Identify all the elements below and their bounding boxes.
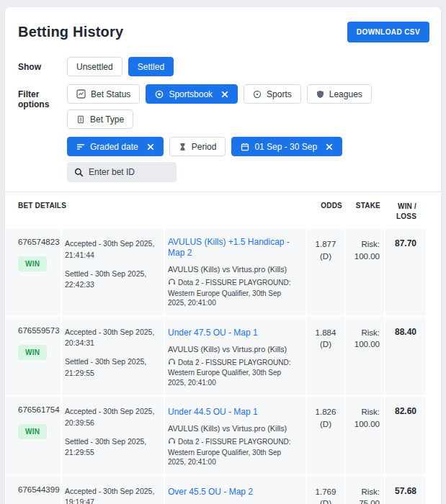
stake-cell: Risk: 75.00: [346, 477, 384, 504]
win-loss-cell: 88.40: [385, 318, 426, 395]
bet-id: 676574823: [18, 238, 56, 246]
leagues-filter-chip[interactable]: Leagues: [307, 84, 372, 104]
odds-header: ODDS: [307, 202, 344, 221]
settled-date: Settled - 30th Sep 2025, 21:29:55: [65, 356, 156, 379]
odds-cell: 1.826 (D): [307, 397, 344, 474]
bet-info-cell: Under 44.5 OU - Map 1 AVULUS (Kills) vs …: [165, 397, 305, 474]
sportsbook-label: Sportsbook: [169, 89, 213, 99]
show-row: Show Unsettled Settled: [18, 57, 429, 76]
shield-icon: [316, 90, 324, 99]
document-icon: [76, 115, 85, 124]
leagues-label: Leagues: [329, 89, 362, 99]
bet-status-icon: [76, 89, 86, 99]
sort-lines-icon: [76, 143, 85, 151]
sportsbook-filter-chip[interactable]: Sportsbook: [146, 84, 238, 104]
accepted-date: Accepted - 30th Sep 2025, 21:41:44: [65, 238, 156, 261]
win-loss-header: WIN / LOSS: [385, 202, 426, 221]
stake-value: 75.00: [347, 498, 380, 504]
date-range-label: 01 Sep - 30 Sep: [254, 142, 317, 152]
remove-graded-date-filter-icon[interactable]: [147, 143, 154, 150]
bet-league: Dota 2 - FISSURE PLAYGROUND: Western Eur…: [168, 278, 298, 308]
stake-label: Risk:: [347, 486, 380, 498]
settled-date: Settled - 30th Sep 2025, 21:29:55: [65, 436, 156, 459]
headset-icon: [168, 438, 176, 446]
stake-cell: Risk: 100.00: [346, 229, 384, 315]
sports-filter-chip[interactable]: Sports: [244, 84, 301, 104]
stake-cell: Risk: 100.00: [346, 397, 384, 474]
sports-label: Sports: [267, 89, 292, 99]
bet-info-cell: Over 45.5 OU - Map 2 MOUZ (Kills) vs Zer…: [165, 477, 305, 504]
table-row: 676561754 WIN Accepted - 30th Sep 2025, …: [6, 397, 426, 474]
download-csv-button[interactable]: DOWNLOAD CSV: [347, 22, 429, 42]
stake-value: 100.00: [347, 418, 380, 431]
filter-row2-spacer: [18, 137, 67, 142]
odds-type: (D): [308, 251, 343, 263]
win-loss-cell: 57.68: [385, 477, 426, 504]
stake-header: STAKE: [346, 202, 384, 221]
bet-dates-cell: Accepted - 30th Sep 2025, 20:39:56 Settl…: [62, 397, 164, 474]
filter-options-row: Filter options Bet Status Sportsbook Spo…: [18, 84, 429, 129]
win-loss-cell: 82.60: [385, 397, 426, 474]
odds-value: 1.769: [308, 486, 343, 498]
bet-info-cell: Under 47.5 OU - Map 1 AVULUS (Kills) vs …: [165, 318, 305, 395]
date-range-filter-chip[interactable]: 01 Sep - 30 Sep: [231, 137, 342, 156]
bet-title-link[interactable]: Over 45.5 OU - Map 2: [168, 487, 253, 498]
odds-value: 1.877: [308, 238, 343, 251]
odds-cell: 1.769 (D): [307, 477, 344, 504]
bet-title-link[interactable]: Under 44.5 OU - Map 1: [168, 407, 258, 418]
bet-dates-cell: Accepted - 30th Sep 2025, 21:41:44 Settl…: [62, 229, 164, 315]
odds-cell: 1.877 (D): [307, 229, 344, 315]
page-title: Betting History: [18, 24, 123, 40]
bet-type-filter-chip[interactable]: Bet Type: [67, 109, 133, 129]
show-toggle-group: Unsettled Settled: [67, 57, 429, 76]
accepted-date: Accepted - 30th Sep 2025, 20:39:56: [65, 406, 156, 429]
headset-icon: [168, 359, 176, 367]
bet-details-header: BET DETAILS: [6, 202, 305, 221]
stake-label: Risk:: [347, 238, 380, 251]
graded-date-filter-chip[interactable]: Graded date: [67, 137, 164, 156]
card-header: Betting History DOWNLOAD CSV: [5, 19, 441, 57]
search-icon: [74, 168, 84, 177]
unsettled-toggle[interactable]: Unsettled: [67, 57, 122, 76]
table-header-row: BET DETAILS ODDS STAKE WIN / LOSS: [6, 192, 426, 229]
bet-id-cell: 676561754 WIN: [6, 397, 61, 474]
bet-title-link[interactable]: Under 47.5 OU - Map 1: [168, 328, 258, 338]
bet-id-search-input[interactable]: [89, 167, 169, 177]
bet-league-text: Dota 2 - FISSURE PLAYGROUND: Western Eur…: [168, 438, 291, 466]
odds-value: 1.884: [308, 327, 343, 339]
page: { "colors": { "accent": "#1a73e8", "win_…: [0, 0, 446, 504]
filter-chip-group: Bet Status Sportsbook Sports Leagues: [67, 84, 429, 129]
accepted-date: Accepted - 30th Sep 2025, 20:34:31: [65, 327, 156, 350]
win-loss-cell: 87.70: [385, 229, 426, 315]
bet-league: Dota 2 - FISSURE PLAYGROUND: Western Eur…: [168, 358, 298, 388]
hourglass-icon: [179, 143, 187, 151]
sports-icon: [253, 90, 262, 99]
bet-matchup: AVULUS (Kills) vs Virtus.pro (Kills): [168, 265, 298, 274]
settled-date: Settled - 30th Sep 2025, 22:42:33: [65, 269, 156, 292]
calendar-icon: [241, 143, 249, 151]
settled-toggle[interactable]: Settled: [128, 57, 174, 76]
betting-history-card: Betting History DOWNLOAD CSV Show Unsett…: [5, 7, 441, 504]
filter-chip-group-2: Graded date Period 01 Sep - 30 Sep: [67, 137, 429, 182]
stake-value: 100.00: [347, 251, 380, 263]
bet-league: Dota 2 - FISSURE PLAYGROUND: Western Eur…: [168, 437, 298, 467]
period-label: Period: [192, 142, 217, 152]
graded-date-label: Graded date: [90, 142, 138, 152]
bet-title-link[interactable]: AVULUS (Kills) +1.5 Handicap - Map 2: [168, 237, 298, 258]
bets-table: BET DETAILS ODDS STAKE WIN / LOSS 676574…: [5, 192, 441, 504]
show-label: Show: [18, 57, 67, 72]
bet-id-cell: 676559573 WIN: [6, 318, 61, 395]
bet-status-filter-chip[interactable]: Bet Status: [67, 84, 140, 104]
filter-section: Show Unsettled Settled Filter options Be…: [5, 57, 441, 182]
stake-cell: Risk: 100.00: [346, 318, 384, 395]
table-row: 676559573 WIN Accepted - 30th Sep 2025, …: [6, 318, 426, 395]
remove-date-range-filter-icon[interactable]: [326, 143, 333, 150]
bet-id-cell: 676544399 WIN: [6, 477, 61, 504]
headset-icon: [168, 279, 176, 287]
stake-label: Risk:: [347, 406, 380, 418]
period-filter-chip[interactable]: Period: [169, 137, 226, 156]
remove-sportsbook-filter-icon[interactable]: [221, 91, 228, 98]
status-badge: WIN: [18, 256, 47, 271]
bet-type-label: Bet Type: [90, 114, 124, 125]
stake-label: Risk:: [347, 327, 380, 339]
